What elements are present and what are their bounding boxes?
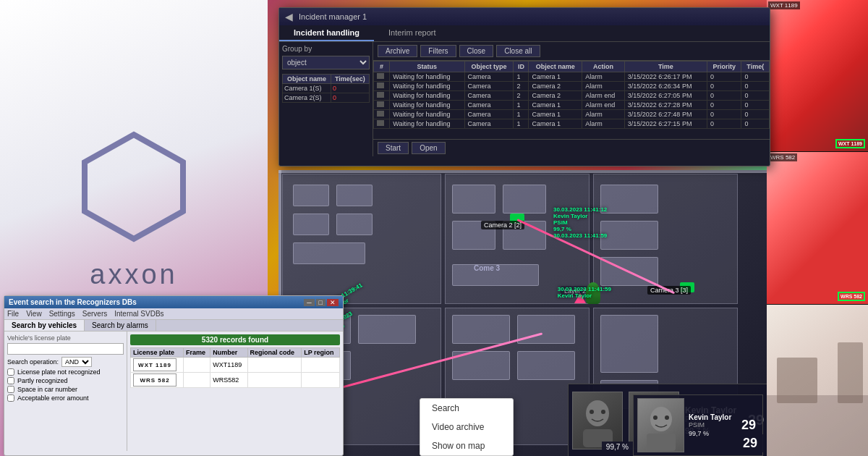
checkbox-row-1: License plate not recognized <box>7 368 124 376</box>
face-score-2: 99,7 % <box>689 430 734 437</box>
cb-label-3: Space in car number <box>17 386 77 393</box>
results-table: License plate Frame Number Regional code… <box>130 347 340 388</box>
incident-content: Group by object Object name Time(sec) Ca… <box>279 42 770 156</box>
maximize-button[interactable]: □ <box>316 299 326 306</box>
svg-rect-10 <box>647 434 676 451</box>
incident-title: Incident manager 1 <box>299 12 367 21</box>
sub-col-time: Time(sec) <box>331 75 369 84</box>
menu-file[interactable]: File <box>7 310 19 318</box>
start-button[interactable]: Start <box>378 142 409 154</box>
tab-interim-report[interactable]: Interim report <box>374 25 450 41</box>
col-frame: Frame <box>184 348 210 358</box>
tab-search-vehicles[interactable]: Search by vehicles <box>4 320 85 331</box>
desk-15 <box>358 315 416 344</box>
event-search-menu: File View Settings Servers Internal SVDB… <box>4 308 343 320</box>
archive-button[interactable]: Archive <box>378 45 417 57</box>
cam-floor <box>767 395 868 456</box>
desk-17 <box>452 315 510 344</box>
menu-servers[interactable]: Servers <box>82 310 107 318</box>
svg-point-9 <box>650 407 672 431</box>
incident-data-table: # Status Object type ID Object name Acti… <box>373 61 770 129</box>
event-search-filters: Vehicle's license plate Search operation… <box>4 332 127 451</box>
face-svg-1 <box>574 393 621 447</box>
plate-badge-wxt: WXT 1189 <box>835 139 865 148</box>
incident-left-panel: Group by object Object name Time(sec) Ca… <box>279 42 373 156</box>
face-image-3 <box>637 398 684 452</box>
incident-titlebar: ◀ Incident manager 1 <box>279 8 770 25</box>
license-plate-input[interactable] <box>7 343 124 355</box>
cb-label-1: License plate not recognized <box>17 368 101 376</box>
checkbox-row-4: Acceptable error amount <box>7 394 124 402</box>
col-time: Time <box>624 62 707 72</box>
results-count: 5320 records found <box>130 334 340 345</box>
wall-top <box>278 170 770 173</box>
desk-20 <box>517 351 575 380</box>
menu-internal-svdbs[interactable]: Internal SVDBs <box>114 310 163 318</box>
svg-point-12 <box>665 415 669 420</box>
col-object-type: Object type <box>464 62 514 72</box>
menu-settings[interactable]: Settings <box>49 310 75 318</box>
col-priority: Priority <box>707 62 741 72</box>
plate-badge-wrs: WRS 582 <box>838 292 865 301</box>
svg-point-1 <box>586 400 609 426</box>
plate-wxt: WXT 1189 <box>133 358 176 371</box>
cam-label-top: WXT 1189 <box>768 1 800 9</box>
event-search-window: Event search in the Recognizers DBs ─ □ … <box>4 295 344 456</box>
context-menu: Search Video archive Show on map <box>420 398 514 456</box>
desk-5 <box>293 242 365 264</box>
sub-cell-time: 0 <box>331 93 369 103</box>
cb-not-recognized[interactable] <box>7 368 14 376</box>
license-plate-label: Vehicle's license plate <box>7 334 124 342</box>
col-hash: # <box>374 62 390 72</box>
sub-cell-name: Camera 2(S) <box>283 93 331 103</box>
desk-1 <box>293 185 329 206</box>
cb-label-4: Acceptable error amount <box>17 394 89 402</box>
result-row: WRS 582 WRS582 <box>131 373 340 388</box>
desk-11 <box>600 185 658 214</box>
sub-cell-time: 0 <box>331 84 369 93</box>
search-op-label: Search operation: <box>7 358 59 366</box>
data-row: Waiting for handling Camera 2 Camera 2 A… <box>374 82 770 91</box>
bottom-number-2: 29 <box>737 434 763 452</box>
desk-3 <box>293 214 329 235</box>
col-action: Action <box>582 62 625 72</box>
group-by-label: Group by <box>282 45 370 53</box>
col-object-name: Object name <box>529 62 582 72</box>
checkbox-row-2: Partly recognized <box>7 377 124 384</box>
face-number-2: 29 <box>739 418 759 433</box>
brand-axxon-label: axxon <box>85 259 182 290</box>
data-row: Waiting for handling Camera 1 Camera 1 A… <box>374 101 770 110</box>
right-camera-feeds: WXT 1189 WXT 1189 WRS 582 WRS 582 <box>767 0 868 456</box>
svg-point-4 <box>601 410 605 414</box>
open-button[interactable]: Open <box>412 142 445 154</box>
cb-acceptable-error[interactable] <box>7 394 14 402</box>
event-search-title: Event search in the Recognizers DBs <box>9 298 137 306</box>
face-info-2: Kevin Taylor PSIM 99,7 % <box>689 413 734 437</box>
minimize-button[interactable]: ─ <box>304 299 314 306</box>
come3-label: Come 3 <box>474 264 500 272</box>
checkbox-row-3: Space in car number <box>7 386 124 393</box>
cb-partly-recognized[interactable] <box>7 377 14 384</box>
data-row: Waiting for handling Camera 1 Camera 1 A… <box>374 110 770 119</box>
tab-incident-handling[interactable]: Incident handling <box>279 25 374 41</box>
desk-21 <box>600 315 658 373</box>
incident-right-panel: Archive Filters Close Close all # Status… <box>373 42 770 156</box>
group-by-select[interactable]: object <box>282 56 370 69</box>
search-operation-row: Search operation: AND <box>7 357 124 367</box>
ctx-video-archive[interactable]: Video archive <box>420 418 513 436</box>
cam-object-2 <box>838 342 863 403</box>
desk-6 <box>452 185 495 214</box>
search-operation-select[interactable]: AND <box>61 357 92 367</box>
cb-space-in-number[interactable] <box>7 386 14 393</box>
menu-view[interactable]: View <box>26 310 42 318</box>
ctx-show-on-map[interactable]: Show on map <box>420 436 513 455</box>
ctx-search[interactable]: Search <box>420 399 513 418</box>
desk-7 <box>503 185 546 214</box>
close-button[interactable]: Close <box>459 45 494 57</box>
tab-search-alarms[interactable]: Search by alarms <box>85 320 156 331</box>
filters-button[interactable]: Filters <box>420 45 456 57</box>
sub-row: Camera 1(S) 0 <box>283 84 370 93</box>
close-all-button[interactable]: Close all <box>496 45 540 57</box>
face-org-2: PSIM <box>689 421 734 428</box>
close-window-button[interactable]: ✕ <box>327 299 339 306</box>
